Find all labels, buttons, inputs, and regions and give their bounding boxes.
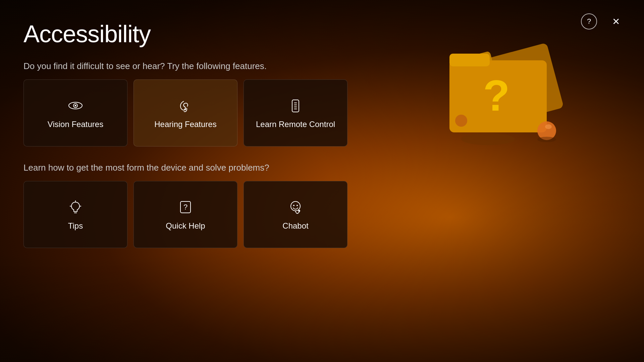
bulb-icon xyxy=(67,198,84,216)
question-mark-icon: ? xyxy=(587,17,591,26)
main-content: Accessibility Do you find it difficult t… xyxy=(0,0,644,284)
svg-text:?: ? xyxy=(183,203,187,211)
learn-remote-control-card[interactable]: Learn Remote Control xyxy=(244,79,347,146)
close-button[interactable]: ✕ xyxy=(608,13,624,29)
close-icon: ✕ xyxy=(612,16,620,27)
page-title: Accessibility xyxy=(23,20,621,48)
chabot-label: Chabot xyxy=(282,221,308,231)
svg-point-27 xyxy=(293,205,294,206)
tips-card[interactable]: Tips xyxy=(23,181,127,248)
section1-subtitle: Do you find it difficult to see or hear?… xyxy=(23,61,621,71)
help-cards-row: Tips ? Quick Help xyxy=(23,181,621,248)
hearing-features-card[interactable]: Hearing Features xyxy=(133,79,237,146)
section2-subtitle: Learn how to get the most form the devic… xyxy=(23,163,621,173)
quick-help-card[interactable]: ? Quick Help xyxy=(133,181,237,248)
remote-icon xyxy=(287,97,304,114)
ear-icon xyxy=(177,97,194,114)
header-actions: ? ✕ xyxy=(581,13,624,29)
tips-label: Tips xyxy=(68,221,83,231)
vision-features-card[interactable]: Vision Features xyxy=(23,79,127,146)
svg-point-12 xyxy=(75,105,76,107)
chabot-card[interactable]: Chabot xyxy=(244,181,347,248)
help-icon-button[interactable]: ? xyxy=(581,13,597,29)
svg-point-13 xyxy=(184,109,186,110)
svg-rect-14 xyxy=(292,100,299,112)
quick-help-label: Quick Help xyxy=(166,221,205,231)
vision-features-label: Vision Features xyxy=(48,120,103,129)
chatbot-icon xyxy=(287,198,304,216)
svg-point-29 xyxy=(299,210,300,212)
accessibility-cards-row: Vision Features Hearing Features xyxy=(23,79,621,146)
svg-point-28 xyxy=(297,205,298,206)
hearing-features-label: Hearing Features xyxy=(154,120,216,129)
help-box-icon: ? xyxy=(177,198,194,216)
eye-icon xyxy=(67,97,84,114)
learn-remote-control-label: Learn Remote Control xyxy=(256,120,335,129)
